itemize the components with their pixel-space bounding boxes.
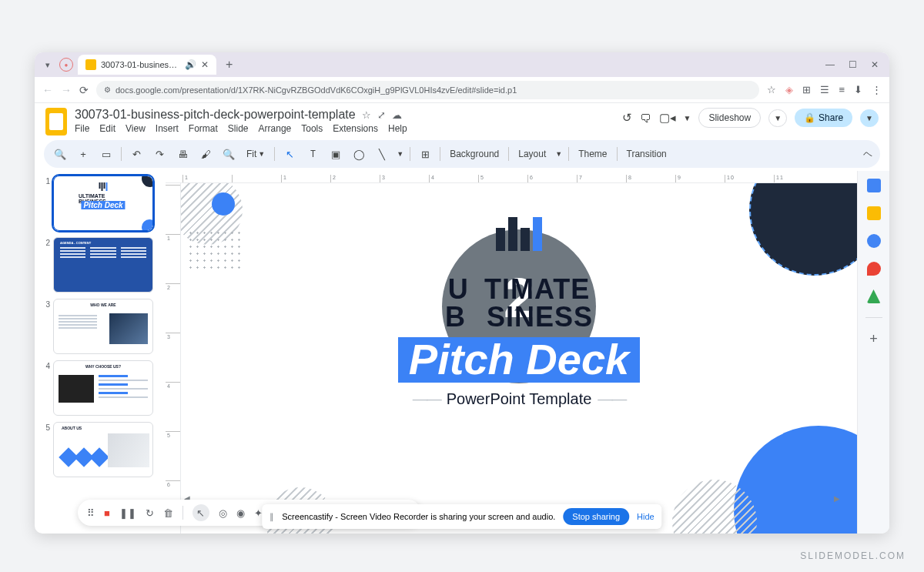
menu-arrange[interactable]: Arrange	[259, 123, 292, 134]
browser-window: ▾ ● 30073-01-business-pitch-d 🔊 ✕ + — ☐ …	[35, 52, 889, 534]
textbox-icon[interactable]: Ｔ	[304, 146, 321, 162]
keep-app-icon[interactable]	[867, 206, 881, 220]
search-menus-icon[interactable]: 🔍	[52, 146, 69, 162]
redo-icon[interactable]: ↷	[151, 146, 168, 162]
reading-list-icon[interactable]: ≡	[839, 84, 845, 95]
star-icon[interactable]: ☆	[362, 109, 371, 121]
menu-format[interactable]: Format	[189, 123, 218, 134]
line-icon[interactable]: ╲	[373, 146, 390, 162]
click-effect-icon[interactable]: ◎	[219, 507, 227, 519]
chevron-down-icon: ▼	[258, 150, 265, 158]
add-addon-icon[interactable]: +	[867, 332, 881, 346]
layout-dropdown-icon[interactable]: ▼	[555, 150, 562, 158]
slide-thumb-5[interactable]: ABOUT US	[53, 422, 153, 477]
extension-cast-icon[interactable]: ◈	[785, 84, 793, 95]
stop-sharing-button[interactable]: Stop sharing	[563, 508, 629, 525]
maps-app-icon[interactable]	[867, 289, 881, 303]
image-icon[interactable]: ▣	[327, 146, 344, 162]
calendar-app-icon[interactable]	[867, 179, 881, 192]
tasks-app-icon[interactable]	[867, 234, 881, 248]
ruler-horizontal[interactable]: 11234567891011	[166, 171, 857, 183]
zoom-tool-icon[interactable]: 🔍	[220, 146, 237, 162]
comments-icon[interactable]: 🗨	[640, 112, 651, 125]
menu-insert[interactable]: Insert	[156, 123, 179, 134]
menu-help[interactable]: Help	[388, 123, 407, 134]
menu-tools[interactable]: Tools	[301, 123, 323, 134]
tab-close-icon[interactable]: ✕	[201, 59, 209, 70]
share-button[interactable]: 🔒 Share	[795, 109, 852, 127]
menu-view[interactable]: View	[126, 123, 146, 134]
new-tab-button[interactable]: +	[221, 58, 237, 72]
menu-edit[interactable]: Edit	[99, 123, 116, 134]
menu-file[interactable]: File	[75, 123, 89, 134]
maximize-button[interactable]: ☐	[849, 59, 857, 70]
slide-thumb-4[interactable]: WHY CHOOSE US?	[53, 360, 153, 416]
cloud-status-icon[interactable]: ☁	[392, 109, 402, 121]
cursor-tool-icon[interactable]: ↖	[192, 504, 209, 521]
share-dropdown[interactable]: ▼	[860, 109, 879, 127]
comment-add-icon[interactable]: ⊞	[417, 146, 434, 162]
filmstrip[interactable]: 1 ULTIMATE BUSINESS Pitch Deck 2 AGENDA …	[35, 171, 166, 534]
transition-button[interactable]: Transition	[624, 149, 670, 159]
line-dropdown-icon[interactable]: ▼	[397, 150, 403, 158]
window-controls: — ☐ ✕	[825, 59, 883, 70]
magic-icon[interactable]: ✦	[254, 507, 263, 519]
slide-content: 2 ULTIMATE BUSINESS	[181, 183, 857, 534]
move-icon[interactable]: ⤢	[377, 109, 386, 121]
menu-slide[interactable]: Slide	[228, 123, 249, 134]
layout-button[interactable]: Layout	[515, 149, 549, 159]
hide-notice-link[interactable]: Hide	[637, 512, 654, 521]
share-drag-icon[interactable]: ∥	[270, 512, 274, 522]
background-button[interactable]: Background	[447, 149, 502, 159]
slide-canvas[interactable]: 2 ULTIMATE BUSINESS	[181, 183, 857, 534]
extensions-icon[interactable]: ⊞	[802, 84, 811, 95]
print-icon[interactable]: 🖶	[174, 146, 191, 162]
chrome-menu-icon[interactable]: ⋮	[872, 84, 882, 95]
undo-icon[interactable]: ↶	[128, 146, 145, 162]
theme-button[interactable]: Theme	[575, 149, 610, 159]
paint-format-icon[interactable]: 🖌	[197, 146, 214, 162]
pause-record-icon[interactable]: ❚❚	[119, 507, 136, 519]
ruler-vertical[interactable]: 123456	[166, 183, 181, 534]
thumb-number: 2	[42, 237, 50, 247]
slide-thumb-2[interactable]: AGENDA - CONTENT	[53, 237, 153, 293]
bookmark-icon[interactable]: ☆	[767, 84, 776, 95]
nav-back-icon[interactable]: ←	[42, 84, 53, 96]
select-tool-icon[interactable]: ↖	[281, 146, 298, 162]
zoom-dropdown[interactable]: Fit ▼	[243, 149, 268, 159]
new-slide-layout-icon[interactable]: ▭	[98, 146, 115, 162]
nav-reload-icon[interactable]: ⟳	[79, 84, 89, 96]
slides-app-icon[interactable]	[45, 108, 67, 135]
tab-audio-icon[interactable]: 🔊	[185, 59, 196, 70]
contacts-app-icon[interactable]	[867, 262, 881, 276]
drag-handle-icon[interactable]: ⠿	[87, 507, 95, 519]
side-panel-icon[interactable]: ☰	[820, 84, 829, 95]
collapse-toolbar-icon[interactable]: ヘ	[863, 148, 872, 161]
tab-strip: ▾ ● 30073-01-business-pitch-d 🔊 ✕ + — ☐ …	[35, 52, 889, 77]
new-slide-icon[interactable]: +	[75, 146, 92, 162]
shape-icon[interactable]: ◯	[350, 146, 367, 162]
stop-record-icon[interactable]: ■	[104, 507, 110, 519]
url-field[interactable]: ⚙ docs.google.com/presentation/d/1X7RK-N…	[96, 81, 759, 99]
meet-icon[interactable]: ▢◂	[659, 111, 676, 125]
meet-dropdown-icon[interactable]: ▼	[684, 114, 691, 122]
delete-record-icon[interactable]: 🗑	[163, 507, 173, 519]
slide-thumb-3[interactable]: WHO WE ARE	[53, 299, 153, 354]
tab-search-icon[interactable]: ▾	[41, 58, 55, 72]
downloads-icon[interactable]: ⬇	[854, 84, 862, 95]
minimize-button[interactable]: —	[825, 59, 835, 70]
slideshow-button[interactable]: Slideshow	[698, 108, 761, 128]
close-window-button[interactable]: ✕	[871, 59, 879, 70]
restart-record-icon[interactable]: ↻	[146, 507, 154, 519]
slide-thumb-1[interactable]: ULTIMATE BUSINESS Pitch Deck	[53, 176, 153, 231]
spotlight-icon[interactable]: ◉	[236, 507, 245, 519]
scroll-right-icon[interactable]: ▶	[831, 494, 843, 503]
recording-indicator-icon[interactable]: ●	[59, 58, 73, 72]
site-info-icon[interactable]: ⚙	[104, 85, 111, 94]
nav-forward-icon[interactable]: →	[61, 84, 72, 96]
browser-tab[interactable]: 30073-01-business-pitch-d 🔊 ✕	[78, 55, 216, 75]
history-icon[interactable]: ↺	[622, 111, 632, 125]
menu-extensions[interactable]: Extensions	[333, 123, 378, 134]
doc-title[interactable]: 30073-01-business-pitch-deck-powerpoint-…	[75, 108, 356, 122]
slideshow-dropdown[interactable]: ▼	[768, 109, 787, 127]
